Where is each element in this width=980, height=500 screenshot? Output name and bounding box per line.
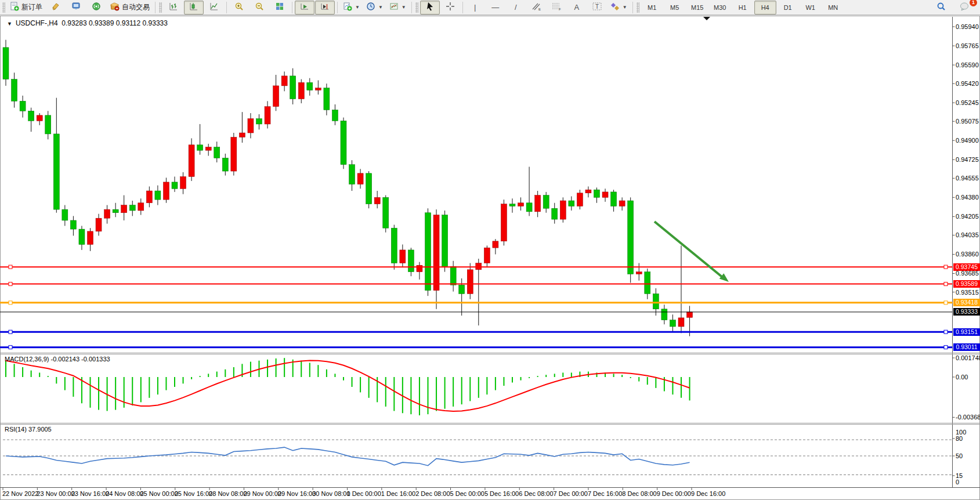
vertical-line-icon: | [474,3,476,12]
text-icon: A [574,3,579,12]
timeframe-d1-button[interactable]: D1 [777,1,799,15]
monitor-icon [71,2,81,13]
text-label-icon: T [592,2,602,13]
horizontal-line-icon: — [491,3,499,12]
cursor-tool-button[interactable] [420,1,440,15]
zoom-in-button[interactable] [229,1,249,15]
trendline-tool-button[interactable]: / [506,1,526,15]
timeframe-h1-button[interactable]: H1 [732,1,754,15]
channel-tool-button[interactable]: E [526,1,546,15]
text-tool-button[interactable]: A [567,1,587,15]
arrows-tool-button[interactable]: ▼ [607,1,630,15]
line-chart-icon [209,2,219,13]
indicators-caret: ▼ [355,5,360,10]
svg-text:T: T [595,3,599,10]
fibonacci-tool-button[interactable]: F [547,1,566,15]
templates-caret: ▼ [402,5,406,10]
indicators-icon [343,2,352,13]
chat-bubble-icon [960,2,970,13]
chart-shift-icon [320,2,330,13]
tile-windows-button[interactable] [270,1,290,15]
candlestick-chart-type-button[interactable] [184,1,204,15]
fibonacci-icon: F [551,2,562,13]
new-order-button[interactable]: 新订单 [7,1,45,15]
tile-windows-icon [275,2,284,13]
auto-scroll-button[interactable] [295,1,314,15]
timeframe-h4-button[interactable]: H4 [754,1,776,15]
chart-canvas[interactable] [0,0,980,500]
chart-shift-marker [703,17,710,20]
zoom-out-button[interactable] [249,1,269,15]
line-chart-type-button[interactable] [204,1,224,15]
svg-text:F: F [559,8,561,11]
paint-icon [51,2,60,13]
market-watch-button[interactable] [66,1,86,15]
templates-button[interactable]: ▼ [386,1,409,15]
new-order-icon [10,2,19,13]
timeframe-w1-button[interactable]: W1 [800,1,822,15]
arrows-icon [610,2,620,13]
search-icon [936,2,946,13]
signals-button[interactable] [86,1,106,15]
toolbar-grip [2,2,5,13]
horizontal-line-tool-button[interactable]: — [486,1,505,15]
vertical-line-tool-button[interactable]: | [465,1,485,15]
auto-scroll-icon [300,2,309,13]
text-label-tool-button[interactable]: T [587,1,607,15]
auto-trading-icon [110,2,120,13]
new-order-label: 新订单 [21,2,42,12]
crosshair-icon [446,2,455,13]
bar-chart-icon [169,2,178,13]
notification-badge: 1 [970,0,977,6]
periods-button[interactable]: ▼ [363,1,386,15]
timeframe-m15-button[interactable]: M15 [686,1,708,15]
trendline-icon: / [515,3,517,12]
periods-caret: ▼ [378,5,383,10]
zoom-out-icon [255,2,264,13]
arrows-caret: ▼ [623,5,627,10]
candlestick-icon [189,2,198,13]
search-button[interactable] [931,1,951,15]
timeframe-m1-button[interactable]: M1 [641,1,663,15]
auto-trading-button[interactable]: 自动交易 [107,1,153,15]
timeframe-m30-button[interactable]: M30 [709,1,731,15]
svg-text:E: E [538,8,541,11]
crosshair-tool-button[interactable] [440,1,460,15]
clock-icon [366,2,375,13]
cursor-icon [426,2,434,13]
timeframe-mn-button[interactable]: MN [822,1,844,15]
channel-icon: E [531,2,541,13]
zoom-in-icon [234,2,244,13]
chart-shift-button[interactable] [315,1,335,15]
styler-button[interactable] [46,1,66,15]
auto-trading-label: 自动交易 [122,2,150,12]
template-icon [389,2,399,13]
timeframe-m5-button[interactable]: M5 [664,1,686,15]
signal-icon [92,2,101,13]
indicators-button[interactable]: ▼ [340,1,363,15]
notifications-button[interactable]: 1 [954,1,974,15]
toolbar: 新订单 自动交易 [0,0,980,15]
bar-chart-type-button[interactable] [164,1,183,15]
